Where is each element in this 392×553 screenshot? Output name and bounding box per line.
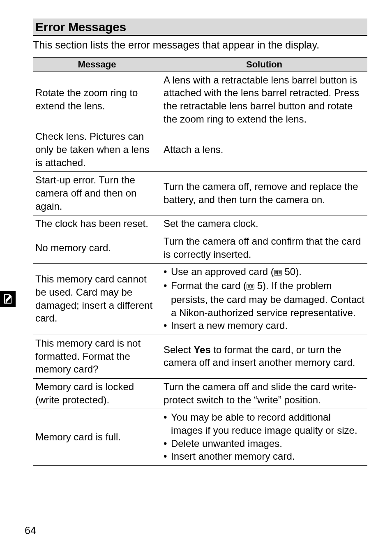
table-row: This memory card cannot be used. Card ma… [33, 264, 367, 335]
message-cell: The clock has been reset. [33, 215, 161, 233]
page-number: 64 [25, 525, 36, 537]
col-header-message: Message [33, 57, 161, 72]
svg-rect-0 [274, 271, 281, 276]
list-item: Insert a new memory card. [164, 319, 365, 332]
solution-bullet-list: Use an approved card ( 50).Format the ca… [164, 265, 365, 332]
solution-cell: You may be able to record additional ima… [161, 409, 367, 466]
table-row: Start-up error. Turn the camera off and … [33, 172, 367, 215]
col-header-solution: Solution [161, 57, 367, 72]
list-item: Use an approved card ( 50). [164, 265, 365, 279]
list-item: You may be able to record additional ima… [164, 411, 365, 437]
list-item: Insert another memory card. [164, 450, 365, 463]
table-row: Memory card is locked (write protected).… [33, 378, 367, 409]
table-row: Check lens. Pictures can only be taken w… [33, 128, 367, 172]
intro-text: This section lists the error messages th… [33, 38, 367, 52]
message-cell: This memory card is not formatted. Forma… [33, 335, 161, 378]
section-header: Error Messages [33, 19, 367, 36]
page: Error Messages This section lists the er… [0, 0, 392, 553]
side-tab-note-icon [0, 291, 16, 307]
table-row: This memory card is not formatted. Forma… [33, 335, 367, 378]
solution-cell: Attach a lens. [161, 128, 367, 172]
message-cell: Memory card is locked (write protected). [33, 378, 161, 409]
solution-bullet-list: You may be able to record additional ima… [164, 411, 365, 463]
message-cell: Check lens. Pictures can only be taken w… [33, 128, 161, 172]
table-row: Rotate the zoom ring to extend the lens.… [33, 72, 367, 128]
solution-cell: Set the camera clock. [161, 215, 367, 233]
page-ref-icon [274, 266, 282, 279]
list-item: Format the card ( 5). If the problem per… [164, 279, 365, 319]
solution-cell: Use an approved card ( 50).Format the ca… [161, 264, 367, 335]
solution-cell: Turn the camera off, remove and replace … [161, 172, 367, 215]
solution-cell: Select Yes to format the card, or turn t… [161, 335, 367, 378]
solution-cell: Turn the camera off and confirm that the… [161, 233, 367, 264]
error-table-body: Rotate the zoom ring to extend the lens.… [33, 72, 367, 465]
svg-rect-7 [247, 284, 254, 289]
list-item: Delete unwanted images. [164, 437, 365, 450]
message-cell: Rotate the zoom ring to extend the lens. [33, 72, 161, 128]
table-row: The clock has been reset.Set the camera … [33, 215, 367, 233]
solution-cell: Turn the camera off and slide the card w… [161, 378, 367, 409]
solution-cell: A lens with a retractable lens barrel bu… [161, 72, 367, 128]
message-cell: This memory card cannot be used. Card ma… [33, 264, 161, 335]
message-cell: Start-up error. Turn the camera off and … [33, 172, 161, 215]
table-row: Memory card is full.You may be able to r… [33, 409, 367, 466]
table-row: No memory card.Turn the camera off and c… [33, 233, 367, 264]
message-cell: Memory card is full. [33, 409, 161, 466]
error-messages-table: Message Solution Rotate the zoom ring to… [33, 57, 367, 466]
section-title: Error Messages [35, 20, 126, 34]
message-cell: No memory card. [33, 233, 161, 264]
page-ref-icon [247, 280, 254, 293]
